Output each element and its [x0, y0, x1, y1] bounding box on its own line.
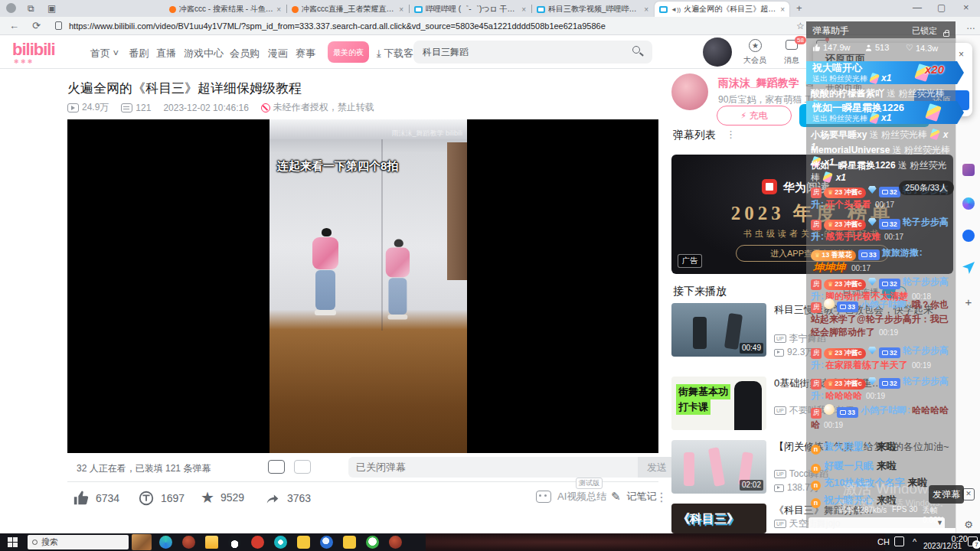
- new-year-gala-badge[interactable]: 最美的夜: [328, 41, 369, 63]
- nav-game-center[interactable]: 游戏中心: [184, 47, 224, 60]
- entry-user[interactable]: 好暖一只眠: [824, 460, 874, 471]
- tab-actions-icon[interactable]: ▣: [47, 3, 56, 14]
- vip-label[interactable]: 大会员: [741, 55, 769, 66]
- chat-user[interactable]: 旅旅游撒: [882, 247, 924, 258]
- more-actions-icon[interactable]: ⋮: [655, 490, 668, 504]
- taskbar-app-icon[interactable]: [320, 536, 333, 549]
- uploader-avatar[interactable]: [671, 73, 708, 110]
- settings-gear-icon[interactable]: ⚙: [962, 519, 975, 531]
- tab-close-icon[interactable]: ×: [276, 5, 281, 14]
- ime-mode-icon[interactable]: [894, 536, 904, 546]
- upnext-thumb-1[interactable]: 00:49: [671, 303, 766, 357]
- back-icon[interactable]: ←: [9, 20, 19, 31]
- overlay-locked-label[interactable]: 已锁定: [912, 25, 937, 37]
- nav-home[interactable]: 首页 ˅: [90, 47, 119, 60]
- taskbar-edge-icon[interactable]: [159, 536, 172, 549]
- tab-bilibili-search[interactable]: 科目三教学视频_哔哩哔哩_Bilibili×: [532, 2, 653, 17]
- favorite-button[interactable]: ★ 9529: [201, 490, 244, 505]
- avatar[interactable]: [703, 37, 732, 67]
- copilot-icon[interactable]: [962, 197, 975, 210]
- tab-active-video[interactable]: ◄))火遍全网的《科目三》超详...×: [655, 2, 789, 17]
- fan-badge-label: 23 冲酱c: [835, 218, 862, 231]
- taskbar-security-icon[interactable]: [182, 536, 195, 549]
- taskbar-search[interactable]: 搜索: [28, 535, 129, 549]
- taskbar-thunder-cat-icon[interactable]: [343, 536, 356, 549]
- tab-bilibili-home[interactable]: 哔哩哔哩 (゜-゜)つロ 干杯~-bilib×: [410, 2, 531, 17]
- overlay-header[interactable]: 弹幕助手 已锁定: [806, 21, 956, 38]
- nav-bangumi[interactable]: 番剧: [129, 47, 149, 60]
- ime-language[interactable]: CH: [877, 537, 890, 546]
- page-security-icon[interactable]: [55, 21, 62, 30]
- taskbar-wechat-icon[interactable]: [366, 536, 379, 549]
- taskbar-thunder-cat-icon[interactable]: [297, 536, 310, 549]
- send-danmaku-button[interactable]: 发弹幕: [929, 485, 964, 504]
- upnext-thumb-4[interactable]: 《科目三》: [671, 504, 766, 533]
- tab-close-icon[interactable]: ×: [644, 5, 648, 14]
- sidebar-add-icon[interactable]: +: [962, 295, 975, 308]
- overlay-danmaku-input[interactable]: [808, 517, 945, 531]
- tab-close-icon[interactable]: ×: [521, 5, 526, 14]
- danmaku-settings-icon[interactable]: [294, 460, 311, 474]
- tab-close-icon[interactable]: ×: [780, 5, 785, 14]
- window-maximize-button[interactable]: ▢: [937, 2, 946, 13]
- taskbar-qq-music-icon[interactable]: [412, 536, 425, 549]
- popup-close-icon[interactable]: ×: [959, 49, 964, 60]
- danmaku-input[interactable]: [348, 457, 676, 478]
- note-button[interactable]: ✎ 记笔记: [611, 490, 657, 504]
- tab-douyu-live[interactable]: 冲酱ccc直播_王者荣耀直播_斗鱼×: [287, 2, 408, 17]
- search-input[interactable]: [413, 41, 652, 64]
- video-player[interactable]: 连起来看一下第四个8拍 雨沫沫_舞蹈教学 bilibili: [67, 119, 658, 453]
- clock-date[interactable]: 2023/12/31: [923, 542, 962, 550]
- tab-douyu-search[interactable]: 冲酱ccc - 搜索结果 - 斗鱼直播×: [165, 2, 286, 17]
- dove-badge-icon: [824, 404, 835, 415]
- profile-icon[interactable]: [6, 3, 16, 13]
- taskbar-security-icon[interactable]: [389, 536, 402, 549]
- favorite-star-icon[interactable]: ☆: [796, 21, 805, 31]
- tab-close-icon[interactable]: ×: [399, 5, 403, 14]
- nav-live[interactable]: 直播: [156, 47, 176, 60]
- taskbar-netease-music-icon[interactable]: [251, 536, 264, 549]
- danmaku-send-button[interactable]: 发送: [638, 457, 676, 478]
- like-button[interactable]: 6734: [73, 490, 119, 507]
- browser-more-icon[interactable]: …: [966, 21, 975, 31]
- danmaku-list-more-icon[interactable]: ⋮: [726, 129, 736, 140]
- chevron-down-icon[interactable]: ▼: [936, 519, 943, 527]
- ai-summary-button[interactable]: AI视频总结: [536, 490, 606, 504]
- sidebar-office-icon[interactable]: [962, 230, 975, 242]
- taskbar-ludashi-icon[interactable]: [274, 536, 287, 549]
- url-text[interactable]: https://www.bilibili.com/video/BV1uu4y1V…: [69, 21, 789, 31]
- message-label[interactable]: 消息: [778, 55, 805, 66]
- taskbar-file-explorer-icon[interactable]: [205, 536, 218, 549]
- sidebar-game-icon[interactable]: [962, 164, 975, 176]
- start-button[interactable]: [8, 537, 18, 547]
- window-close-button[interactable]: ×: [963, 2, 969, 13]
- nav-esports[interactable]: 赛事: [296, 47, 315, 60]
- window-minimize-button[interactable]: —: [913, 2, 922, 13]
- widgets-thumbnail[interactable]: [132, 534, 152, 550]
- refresh-icon[interactable]: ⟳: [32, 20, 41, 31]
- entry-user[interactable]: 萤火联盟丶: [824, 441, 874, 452]
- tray-expand-chevron[interactable]: ^: [913, 537, 916, 546]
- nav-vip-shop[interactable]: 会员购: [230, 47, 260, 60]
- charge-button[interactable]: ⚡充电: [717, 106, 792, 126]
- vip-icon[interactable]: ★: [749, 39, 762, 52]
- coin-button[interactable]: 1697: [138, 490, 185, 507]
- tab-audio-icon[interactable]: ◄)): [671, 6, 681, 13]
- new-tab-button[interactable]: +: [796, 2, 802, 14]
- drop-icon[interactable]: [962, 262, 975, 274]
- chat-user[interactable]: 小鸽子咕唧: [861, 299, 912, 310]
- video-frame: 连起来看一下第四个8拍 雨沫沫_舞蹈教学 bilibili: [270, 119, 467, 453]
- share-button[interactable]: 3763: [264, 490, 311, 507]
- workspaces-icon[interactable]: ⧉: [28, 3, 34, 14]
- search-icon[interactable]: [632, 46, 640, 54]
- image-tools-icon[interactable]: ✕: [962, 488, 975, 500]
- nav-manga[interactable]: 漫画: [268, 47, 288, 60]
- chat-user[interactable]: 小鸽子咕唧: [861, 405, 912, 416]
- uploader-name[interactable]: 雨沫沫_舞蹈教学: [718, 77, 799, 90]
- gift-count: x1: [836, 172, 846, 183]
- danmaku-toggle-icon[interactable]: [268, 460, 285, 474]
- upnext-thumb-2[interactable]: 街舞基本功 打卡课: [671, 377, 766, 430]
- upnext-thumb-3[interactable]: 02:02: [671, 440, 766, 494]
- taskbar-qq-icon[interactable]: [228, 536, 241, 549]
- bilibili-logo[interactable]: bilibili: [12, 40, 55, 60]
